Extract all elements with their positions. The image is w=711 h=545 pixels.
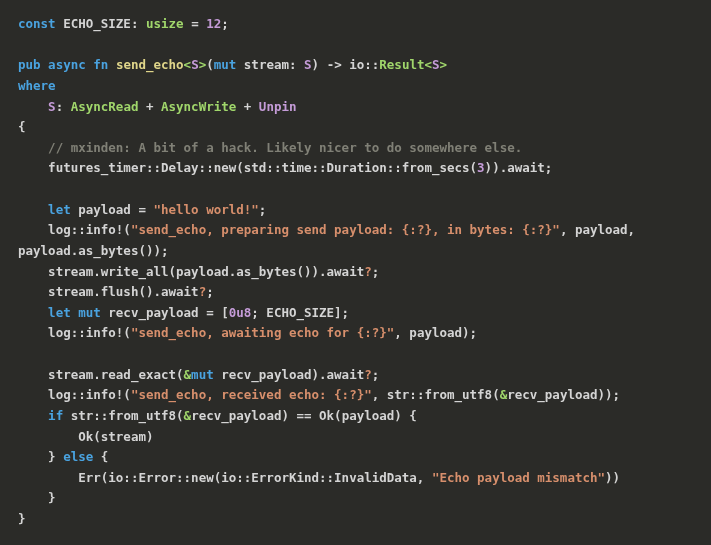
indent xyxy=(18,284,48,299)
expr: recv_payload)); xyxy=(507,387,620,402)
fn-name: send_echo xyxy=(116,57,184,72)
expr: stream.read_exact( xyxy=(48,367,183,382)
indent xyxy=(18,367,48,382)
indent xyxy=(18,202,48,217)
macro-call: log::info!( xyxy=(48,325,131,340)
semi: ; xyxy=(259,202,267,217)
expr: futures_timer::Delay::new(std::time::Dur… xyxy=(48,160,477,175)
generic-s: S xyxy=(432,57,440,72)
expr: )).await; xyxy=(485,160,553,175)
try-op: ? xyxy=(364,264,372,279)
indent xyxy=(18,264,48,279)
kw-if: if xyxy=(48,408,63,423)
brace-close: } xyxy=(48,490,56,505)
expr: recv_payload).await xyxy=(214,367,365,382)
brace: } xyxy=(48,449,63,464)
arg: stream: xyxy=(236,57,304,72)
macro-call: log::info!( xyxy=(48,387,131,402)
string-lit: "Echo payload mismatch" xyxy=(432,470,605,485)
kw-mut: mut xyxy=(214,57,237,72)
args: , payload); xyxy=(394,325,477,340)
indent xyxy=(18,408,48,423)
expr: recv_payload) == Ok(payload) { xyxy=(191,408,417,423)
args: , str::from_utf8( xyxy=(372,387,500,402)
trait-asyncread: AsyncRead xyxy=(71,99,139,114)
brace-close: } xyxy=(18,511,26,526)
sp xyxy=(108,57,116,72)
colon: : xyxy=(56,99,71,114)
indent xyxy=(18,449,48,464)
type-result: Result xyxy=(379,57,424,72)
kw-pub: pub xyxy=(18,57,41,72)
expr: Err(io::Error::new(io::ErrorKind::Invali… xyxy=(78,470,432,485)
kw-mut: mut xyxy=(78,305,101,320)
type-usize: usize xyxy=(146,16,184,31)
brace-open: { xyxy=(18,119,26,134)
generic-s: S xyxy=(48,99,56,114)
semi: ; xyxy=(206,284,214,299)
indent xyxy=(18,429,78,444)
semi: ; xyxy=(221,16,229,31)
string-lit: "send_echo, awaiting echo for {:?}" xyxy=(131,325,394,340)
assign: payload = xyxy=(71,202,154,217)
ident: ECHO_SIZE xyxy=(56,16,131,31)
num: 3 xyxy=(477,160,485,175)
kw-else: else xyxy=(63,449,93,464)
kw-let: let xyxy=(48,202,71,217)
expr: ; ECHO_SIZE]; xyxy=(251,305,349,320)
paren: ( xyxy=(206,57,214,72)
num: 12 xyxy=(206,16,221,31)
sp xyxy=(41,57,49,72)
brace: { xyxy=(93,449,108,464)
string-lit: "send_echo, received echo: {:?}" xyxy=(131,387,372,402)
amp: & xyxy=(184,408,192,423)
ret: ) -> io:: xyxy=(312,57,380,72)
indent xyxy=(18,490,48,505)
kw-async: async xyxy=(48,57,86,72)
indent xyxy=(18,99,48,114)
indent xyxy=(18,470,78,485)
amp: & xyxy=(184,367,192,382)
indent xyxy=(18,387,48,402)
kw-where: where xyxy=(18,78,56,93)
angle-open: < xyxy=(184,57,192,72)
op: = xyxy=(184,16,207,31)
semi: ; xyxy=(372,367,380,382)
expr: str::from_utf8( xyxy=(63,408,183,423)
kw-mut: mut xyxy=(191,367,214,382)
code-block: const ECHO_SIZE: usize = 12; pub async f… xyxy=(18,14,693,530)
assign: recv_payload = [ xyxy=(101,305,229,320)
trait-unpin: Unpin xyxy=(259,99,297,114)
trait-asyncwrite: AsyncWrite xyxy=(161,99,236,114)
generic-s: S xyxy=(191,57,199,72)
indent xyxy=(18,160,48,175)
punct: : xyxy=(131,16,146,31)
string-lit: "hello world!" xyxy=(153,202,258,217)
try-op: ? xyxy=(364,367,372,382)
kw-let: let xyxy=(48,305,71,320)
angle-close: > xyxy=(440,57,448,72)
semi: ; xyxy=(372,264,380,279)
kw-const: const xyxy=(18,16,56,31)
generic-s: S xyxy=(304,57,312,72)
indent xyxy=(18,222,48,237)
angle-open: < xyxy=(424,57,432,72)
num-lit: 0u8 xyxy=(229,305,252,320)
expr: stream.flush().await xyxy=(48,284,199,299)
expr: Ok(stream) xyxy=(78,429,153,444)
comment: // mxinden: A bit of a hack. Likely nice… xyxy=(48,140,522,155)
macro-call: log::info!( xyxy=(48,222,131,237)
string-lit: "send_echo, preparing send payload: {:?}… xyxy=(131,222,560,237)
expr: )) xyxy=(605,470,620,485)
indent xyxy=(18,140,48,155)
plus: + xyxy=(236,99,259,114)
kw-fn: fn xyxy=(93,57,108,72)
plus: + xyxy=(138,99,161,114)
expr: stream.write_all(payload.as_bytes()).awa… xyxy=(48,264,364,279)
indent xyxy=(18,305,48,320)
indent xyxy=(18,325,48,340)
